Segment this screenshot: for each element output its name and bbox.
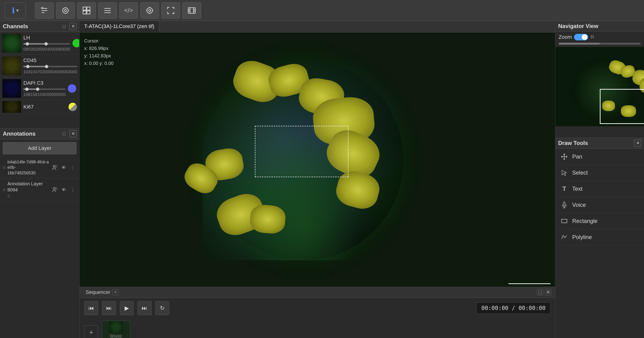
sequencer-tab-label: Sequencer [86,289,110,295]
annotation-menu-1[interactable]: ⋮ [69,164,76,171]
sequencer-tab-close[interactable]: ✕ [112,289,118,295]
sequencer-item-1[interactable]: WorkirConfig [102,321,130,338]
draw-tools-panel: Draw Tools ✕ Pan [555,138,644,338]
scale-bar [508,283,550,284]
navigator-panel: Navigator View Zoom R [555,21,644,138]
sequencer-minimize[interactable]: □ [537,289,544,296]
channels-title: Channels [3,23,28,30]
svg-point-30 [55,187,57,189]
annotation-drag-handle-2[interactable]: ≡ [3,187,6,192]
svg-point-3 [63,8,68,13]
channel-slider-lh[interactable] [24,43,70,45]
annotation-visibility-2[interactable]: 👁 [60,186,68,193]
annotation-group-icon-1 [51,164,59,171]
svg-rect-43 [562,219,567,223]
viewer-image[interactable]: Cursor: x: 826.99px y: 1142.83px x: 0.00… [80,32,555,287]
navigator-title: Navigator View [558,23,598,29]
seq-prev-button[interactable]: ⏭ [102,301,116,315]
zoom-toggle-knob [582,34,588,40]
svg-point-27 [53,165,55,167]
pan-icon [560,153,568,161]
sequencer-tab[interactable]: Sequencer ✕ [82,287,122,298]
rectangle-label: Rectangle [572,218,598,224]
sequencer-close[interactable]: ✕ [545,289,552,296]
center-area: T-ATAC(3A)-1LCore37 (zen tif) [80,21,555,338]
sequencer-tab-bar: Sequencer ✕ □ ✕ [80,287,555,298]
toolbar-fullscreen-button[interactable] [161,2,180,19]
rectangle-icon [560,217,568,225]
zoom-toggle[interactable] [574,34,588,40]
sequencer-item-label-1: WorkirConfig [110,334,122,338]
zoom-slider[interactable] [559,43,641,45]
toolbar-target-button[interactable] [140,2,159,19]
svg-point-13 [149,9,151,11]
channels-minimize-button[interactable]: □ [60,23,68,30]
draw-tools-title: Draw Tools [558,140,588,146]
toolbar-code-button[interactable]: </> [119,2,138,19]
draw-tool-rectangle[interactable]: Rectangle [555,213,644,229]
toolbar-menu-button[interactable] [98,2,117,19]
svg-point-29 [53,187,55,189]
toolbar-film-button[interactable] [182,2,201,19]
seq-skip-start-button[interactable]: ⏮ [84,301,98,315]
viewer-tab[interactable]: T-ATAC(3A)-1LCore37 (zen tif) [80,21,159,32]
add-layer-button[interactable]: Add Layer [3,142,76,154]
toolbar-tasklist-button[interactable] [35,2,54,19]
channel-color-ki67 [68,103,77,111]
top-toolbar: ℹ ▾ </> [0,0,644,21]
sequencer-add-button[interactable]: + [84,326,98,338]
left-panels: Channels □ ✕ LH 0 [0,21,80,338]
channel-item-lh: LH 0 9039 20000 40000 60000 👁 [0,32,79,55]
draw-tools-close-button[interactable]: ✕ [634,140,641,147]
channel-visibility-dapi[interactable] [78,84,79,93]
svg-point-4 [64,9,67,11]
channel-item-dapi: DAPI C3 198 15810 40000 60000 [0,77,79,100]
annotations-minimize-button[interactable]: □ [60,130,68,137]
draw-tool-select[interactable]: Select [555,165,644,181]
channel-thumbnail-lh [2,34,21,52]
annotation-menu-2[interactable]: ⋮ [69,186,76,193]
draw-tool-voice[interactable]: Voice [555,197,644,213]
cursor-info: Cursor: x: 826.99px y: 1142.83px x: 0.00… [84,37,114,67]
pan-label: Pan [572,153,582,160]
channels-panel-header: Channels □ ✕ [0,21,79,32]
select-label: Select [572,169,588,176]
toolbar-splitview-button[interactable] [77,2,96,19]
text-label: Text [572,185,582,192]
viewer-tab-bar: T-ATAC(3A)-1LCore37 (zen tif) [80,21,555,32]
channel-name-ki67: Ki67 [24,104,66,110]
draw-tools-header: Draw Tools ✕ [555,138,644,149]
channel-color-dapi [68,84,76,93]
seq-play-button[interactable]: ▶ [120,301,134,315]
annotations-panel-header: Annotations □ ✕ [0,128,79,139]
seq-loop-button[interactable]: ↻ [155,301,169,315]
draw-tool-polyline[interactable]: Polyline [555,229,644,245]
seq-next-button[interactable]: ⏭ [138,301,152,315]
annotation-drag-handle-1[interactable]: ≡ [3,165,6,170]
info-button[interactable]: ℹ ▾ [5,2,26,19]
channel-name-dapi: DAPI C3 [24,80,66,86]
viewer-status-bar: 2/5 [1, 1, 20, 1265, 1128] 0.00 [80,286,555,287]
channels-close-button[interactable]: ✕ [70,23,76,30]
toolbar-lasso-button[interactable] [56,2,75,19]
cursor-y: y: 1142.83px [84,52,114,59]
annotation-name-2: Annotation Layer 8094© [8,181,49,199]
annotation-visibility-1[interactable]: 👁 [60,164,68,171]
channel-thumbnail-ki67 [2,101,21,113]
navigator-image[interactable] [555,47,644,126]
channel-slider-cd45[interactable] [24,66,77,67]
annotation-name-1: b4ab14fe-7d98-4fcb-ae0b-16b748256530 [8,160,49,176]
channel-slider-dapi[interactable] [24,88,66,90]
right-panel: Navigator View Zoom R [555,21,644,338]
zoom-control: Zoom R [555,31,644,43]
svg-point-12 [147,8,152,13]
main-layout: Channels □ ✕ LH 0 [0,21,644,338]
svg-rect-7 [83,11,86,14]
sequencer-panel: Sequencer ✕ □ ✕ ⏮ ⏭ ▶ ⏭ ↻ 00:00:00 / 00:… [80,287,555,338]
channel-thumbnail-cd45 [2,56,21,75]
channel-item-ki67: Ki67 [0,100,79,114]
draw-tool-pan[interactable]: Pan [555,149,644,165]
draw-tool-text[interactable]: T Text [555,181,644,197]
annotations-close-button[interactable]: ✕ [70,130,76,137]
zoom-slider-fill [559,43,600,45]
